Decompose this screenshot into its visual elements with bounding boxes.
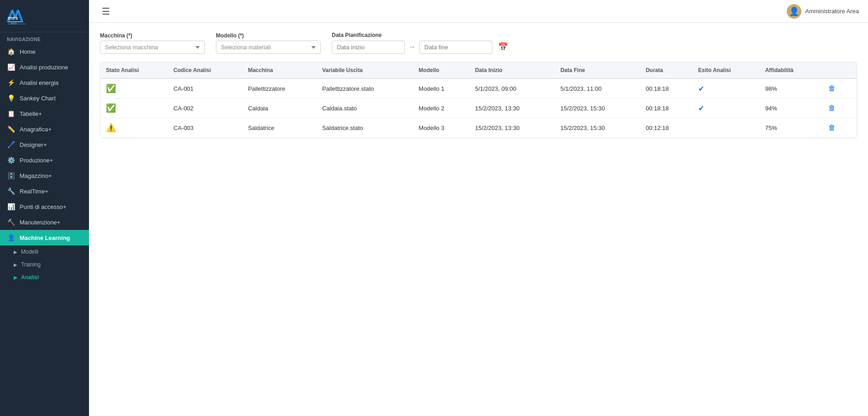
sidebar-item-label: RealTime+ — [20, 188, 48, 195]
sidebar-item-label: Analisi energia — [20, 79, 58, 86]
cell-variabile: Saldatrice.stato — [317, 118, 413, 138]
status-ok-icon: ✅ — [106, 84, 116, 93]
modello-label: Modello (*) — [216, 32, 321, 39]
wrench-icon: 🔧 — [7, 187, 15, 195]
sidebar-item-machine-learning[interactable]: 👤 Machine Learning — [0, 230, 89, 245]
sidebar-item-magazzino[interactable]: 🗄️ Magazzino+ — [0, 168, 89, 183]
col-macchina: Macchina — [242, 62, 317, 78]
cell-data-inizio: 15/2/2023, 13:30 — [470, 118, 555, 138]
delete-button[interactable]: 🗑 — [826, 123, 838, 133]
cell-data-fine: 15/2/2023, 15:30 — [555, 118, 640, 138]
sidebar-logo: AREA mes INTERLINKED EVOLUTION — [0, 0, 89, 32]
cell-actions: 🗑 — [820, 118, 857, 138]
sidebar-item-anagrafica[interactable]: ✏️ Anagrafica+ — [0, 121, 89, 137]
chart-icon: 📈 — [7, 63, 15, 71]
sidebar-item-label: Tabelle+ — [20, 110, 42, 117]
sidebar-item-label: Sankey Chart — [20, 95, 56, 102]
data-fine-input[interactable] — [419, 41, 492, 54]
cell-macchina: Pallettizzatore — [242, 78, 317, 99]
sidebar-item-label: Produzione+ — [20, 157, 53, 164]
cell-durata: 00:12:18 — [640, 118, 693, 138]
esito-check-icon: ✔ — [698, 104, 704, 112]
sidebar-item-realtime[interactable]: 🔧 RealTime+ — [0, 183, 89, 199]
arrow-icon: ▶ — [14, 262, 17, 267]
cell-affidabilita: 98% — [760, 78, 820, 99]
date-range-row: → 📅 — [332, 40, 510, 54]
cell-stato: ✅ — [100, 78, 168, 99]
table-row: ✅ CA-001 Pallettizzatore Pallettizzatore… — [100, 78, 857, 99]
sidebar-item-manutenzione[interactable]: 🔨 Manutenzione+ — [0, 214, 89, 230]
user-name: Amministratore Area — [805, 8, 859, 15]
cell-data-fine: 5/1/2023, 11:00 — [555, 78, 640, 99]
cell-stato: ⚠️ — [100, 118, 168, 138]
filters-row: Macchina (*) Seleziona macchina Modello … — [100, 32, 857, 54]
sidebar-item-label: Manutenzione+ — [20, 219, 60, 226]
data-pianificazione-label: Data Pianificazione — [332, 32, 510, 38]
modello-select[interactable]: Seleziona materiali — [216, 41, 321, 54]
data-inizio-input[interactable] — [332, 41, 405, 54]
analisi-table-wrapper: Stato Analisi Codice Analisi Macchina Va… — [100, 62, 857, 138]
cell-data-fine: 15/2/2023, 15:30 — [555, 99, 640, 118]
header: ☰ 👤 Amministratore Area — [89, 0, 868, 23]
cell-durata: 00:18:18 — [640, 78, 693, 99]
cell-codice: CA-003 — [168, 118, 242, 138]
cell-data-inizio: 5/1/2023, 09:00 — [470, 78, 555, 99]
filter-macchina: Macchina (*) Seleziona macchina — [100, 32, 205, 54]
main-area: ☰ 👤 Amministratore Area Macchina (*) Sel… — [89, 0, 868, 416]
sidebar-item-home[interactable]: 🏠 Home — [0, 44, 89, 59]
analisi-table: Stato Analisi Codice Analisi Macchina Va… — [100, 62, 857, 138]
sidebar-item-sankey-chart[interactable]: 💡 Sankey Chart — [0, 90, 89, 106]
calendar-button[interactable]: 📅 — [496, 40, 510, 54]
cell-actions: 🗑 — [820, 99, 857, 118]
nav-label: NAVIGAZIONE — [0, 32, 89, 44]
filter-data-pianificazione: Data Pianificazione → 📅 — [332, 32, 510, 54]
svg-text:mes: mes — [8, 15, 18, 21]
sidebar-item-label: Analisi produzione — [20, 64, 68, 71]
sidebar-sub-modelli[interactable]: ▶ Modelli — [0, 245, 89, 258]
arrow-icon: ▶ — [14, 275, 17, 280]
col-data-fine: Data Fine — [555, 62, 640, 78]
sidebar-item-produzione[interactable]: ⚙️ Produzione+ — [0, 152, 89, 168]
cell-variabile: Caldaia.stato — [317, 99, 413, 118]
sub-item-label: Modelli — [21, 249, 38, 255]
sub-item-label: Training — [21, 261, 41, 268]
table-row: ⚠️ CA-003 Saldatrice Saldatrice.stato Mo… — [100, 118, 857, 138]
sidebar-item-designer[interactable]: 🖊️ Designer+ — [0, 137, 89, 152]
sidebar-item-label: Machine Learning — [20, 234, 70, 241]
col-modello: Modello — [413, 62, 470, 78]
sidebar-item-label: Designer+ — [20, 141, 47, 148]
table-header-row: Stato Analisi Codice Analisi Macchina Va… — [100, 62, 857, 78]
home-icon: 🏠 — [7, 48, 15, 55]
warehouse-icon: 🗄️ — [7, 172, 15, 179]
cell-variabile: Pallettizzatore.stato — [317, 78, 413, 99]
delete-button[interactable]: 🗑 — [826, 83, 838, 94]
bulb-icon: 💡 — [7, 94, 15, 102]
cell-affidabilita: 94% — [760, 99, 820, 118]
user-menu[interactable]: 👤 Amministratore Area — [787, 4, 859, 19]
delete-button[interactable]: 🗑 — [826, 103, 838, 113]
menu-toggle-button[interactable]: ☰ — [98, 4, 114, 19]
col-affidabilita: Affidabilità — [760, 62, 820, 78]
svg-text:INTERLINKED EVOLUTION: INTERLINKED EVOLUTION — [8, 23, 26, 25]
cell-durata: 00:18:18 — [640, 99, 693, 118]
sidebar-item-analisi-energia[interactable]: ⚡ Analisi energia — [0, 75, 89, 90]
sidebar-item-punti-accesso[interactable]: 📊 Punti di accesso+ — [0, 199, 89, 214]
sidebar-item-label: Punti di accesso+ — [20, 203, 66, 210]
status-warn-icon: ⚠️ — [106, 123, 116, 132]
sidebar-item-tabelle[interactable]: 📋 Tabelle+ — [0, 106, 89, 121]
col-actions — [820, 62, 857, 78]
sidebar-sub-analisi[interactable]: ▶ Analisi — [0, 271, 89, 284]
sidebar-item-analisi-produzione[interactable]: 📈 Analisi produzione — [0, 59, 89, 75]
cell-modello: Modello 2 — [413, 99, 470, 118]
cell-stato: ✅ — [100, 99, 168, 118]
macchina-select[interactable]: Seleziona macchina — [100, 41, 205, 54]
cell-macchina: Caldaia — [242, 99, 317, 118]
cell-actions: 🗑 — [820, 78, 857, 99]
cell-esito: ✔ — [693, 99, 760, 118]
energy-icon: ⚡ — [7, 79, 15, 86]
table-body: ✅ CA-001 Pallettizzatore Pallettizzatore… — [100, 78, 857, 138]
sidebar-sub-training[interactable]: ▶ Training — [0, 258, 89, 271]
cell-codice: CA-002 — [168, 99, 242, 118]
status-ok-icon: ✅ — [106, 104, 116, 113]
page-content: Macchina (*) Seleziona macchina Modello … — [89, 23, 868, 416]
